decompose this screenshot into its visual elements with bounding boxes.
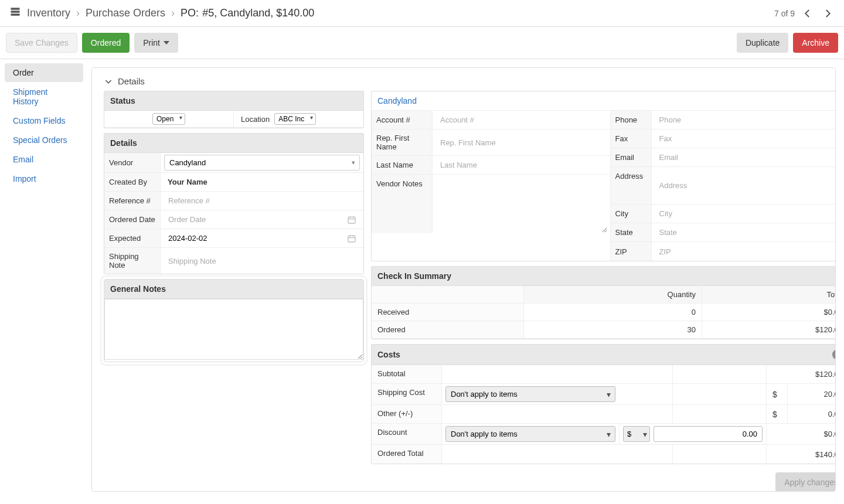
sidebar-item-shipment-history[interactable]: Shipment History [5, 83, 83, 111]
apply-changes-button: Apply changes [775, 472, 836, 492]
ordered-date-input[interactable] [164, 212, 360, 227]
vendor-select[interactable]: Candyland [164, 155, 360, 171]
cost-ordered-total-row: Ordered Total $140.00 [372, 445, 836, 464]
details-toggle[interactable]: Details [104, 76, 823, 86]
details-toggle-label: Details [118, 76, 145, 86]
fax-input[interactable] [655, 131, 836, 146]
discount-currency-select-wrap[interactable]: $ [623, 426, 650, 442]
vendor-select-wrap[interactable]: Candyland [164, 155, 360, 171]
sidebar-item-custom-fields[interactable]: Custom Fields [5, 111, 83, 130]
discount-apply-select-wrap[interactable]: Don't apply to items [445, 426, 615, 442]
archive-button[interactable]: Archive [793, 33, 838, 53]
pager-prev-button[interactable] [801, 6, 815, 21]
discount-label: Discount [372, 424, 442, 444]
status-select-wrap[interactable]: Open [152, 113, 185, 125]
chevron-down-icon [104, 77, 113, 86]
sum-ordered-qty: 30 [524, 321, 702, 338]
location-select[interactable]: ABC Inc [274, 113, 316, 125]
email-input[interactable] [655, 150, 836, 165]
sidebar-item-order[interactable]: Order [5, 63, 83, 82]
breadcrumb-inventory[interactable]: Inventory [27, 7, 70, 19]
svg-rect-0 [348, 217, 355, 223]
pager-next-button[interactable] [821, 6, 835, 21]
sum-ordered-label: Ordered [372, 321, 524, 338]
breadcrumb-purchase-orders[interactable]: Purchase Orders [86, 7, 165, 19]
pager: 7 of 9 [774, 6, 835, 21]
shipping-apply-select-wrap[interactable]: Don't apply to items [445, 386, 615, 402]
shipping-note-input[interactable] [164, 254, 360, 268]
costs-header-label: Costs [377, 350, 400, 359]
save-button: Save Changes [6, 33, 77, 53]
calendar-icon[interactable] [347, 215, 356, 224]
print-button[interactable]: Print [134, 33, 178, 53]
zip-input[interactable] [655, 244, 836, 259]
reference-input[interactable] [164, 193, 360, 208]
sidebar-item-import[interactable]: Import [5, 169, 83, 188]
rep-first-input[interactable] [436, 135, 607, 150]
vendor-link[interactable]: Candyland [377, 96, 417, 105]
phone-label: Phone [611, 111, 652, 129]
shipping-apply-select[interactable]: Don't apply to items [445, 386, 615, 402]
account-label: Account # [372, 111, 433, 129]
expected-label: Expected [104, 229, 161, 247]
sum-received-label: Received [372, 304, 524, 321]
pager-position: 7 of 9 [774, 9, 795, 18]
calendar-icon[interactable] [347, 234, 356, 243]
sum-row-ordered: Ordered 30 $120.00 [372, 321, 836, 339]
state-input[interactable] [655, 225, 836, 240]
ordered-total-label: Ordered Total [372, 445, 442, 464]
vendor-label: Vendor [104, 153, 161, 172]
vendor-info-panel: Candyland Account # Rep. First Name [371, 91, 836, 261]
discount-currency-select[interactable]: $ [623, 426, 650, 442]
last-name-label: Last Name [372, 156, 433, 174]
account-input[interactable] [436, 113, 607, 127]
reference-label: Reference # [104, 192, 161, 210]
location-label: Location [241, 115, 270, 124]
ordered-button[interactable]: Ordered [82, 33, 130, 53]
help-icon[interactable]: ? [832, 349, 836, 360]
sidebar-item-special-orders[interactable]: Special Orders [5, 131, 83, 149]
address-label: Address [611, 167, 652, 204]
details-panel: Details Vendor Candyland [104, 133, 364, 274]
breadcrumb-current-prefix: PO: [181, 7, 199, 19]
discount-input[interactable] [654, 426, 763, 442]
caret-down-icon [164, 41, 169, 45]
phone-input[interactable] [655, 113, 836, 127]
zip-label: ZIP [611, 242, 652, 261]
print-label: Print [143, 38, 160, 47]
general-notes-input[interactable] [104, 299, 363, 360]
duplicate-button[interactable]: Duplicate [737, 33, 788, 53]
shipping-currency: $ [767, 384, 788, 404]
content-panel: Details Status Open [91, 67, 836, 492]
rep-first-label: Rep. First Name [372, 130, 433, 155]
city-input[interactable] [655, 206, 836, 221]
status-select[interactable]: Open [152, 113, 185, 125]
sidebar-item-email[interactable]: Email [5, 150, 83, 169]
discount-total: $0.00 [767, 424, 836, 444]
breadcrumb: Inventory › Purchase Orders › PO: #5, Ca… [9, 6, 314, 21]
other-value: 0.00 [788, 405, 836, 423]
ordered-total-value: $140.00 [767, 445, 836, 464]
cost-shipping-row: Shipping Cost Don't apply to items $ [372, 384, 836, 405]
breadcrumb-current: #5, Candyland, $140.00 [202, 7, 314, 19]
created-by-label: Created By [104, 173, 161, 191]
actionbar: Save Changes Ordered Print Duplicate Arc… [0, 27, 844, 59]
vendor-notes-input[interactable] [435, 175, 608, 233]
shipping-value: 20.00 [788, 384, 836, 404]
last-name-input[interactable] [436, 158, 607, 172]
location-select-wrap[interactable]: ABC Inc [274, 113, 316, 125]
address-input[interactable] [655, 178, 836, 193]
expected-input[interactable] [164, 231, 360, 246]
cost-subtotal-row: Subtotal $120.00 [372, 365, 836, 384]
sum-received-total: $0.00 [702, 304, 836, 321]
check-in-header: Check In Summary [372, 267, 836, 286]
status-header: Status [104, 91, 363, 111]
discount-apply-select[interactable]: Don't apply to items [445, 426, 615, 442]
details-panel-header: Details [104, 134, 363, 153]
state-label: State [611, 223, 652, 241]
status-panel: Status Open Location [104, 91, 364, 128]
shipping-note-label: Shipping Note [104, 248, 161, 274]
storage-icon [9, 6, 21, 21]
subtotal-label: Subtotal [372, 365, 442, 383]
sum-received-qty: 0 [524, 304, 702, 321]
